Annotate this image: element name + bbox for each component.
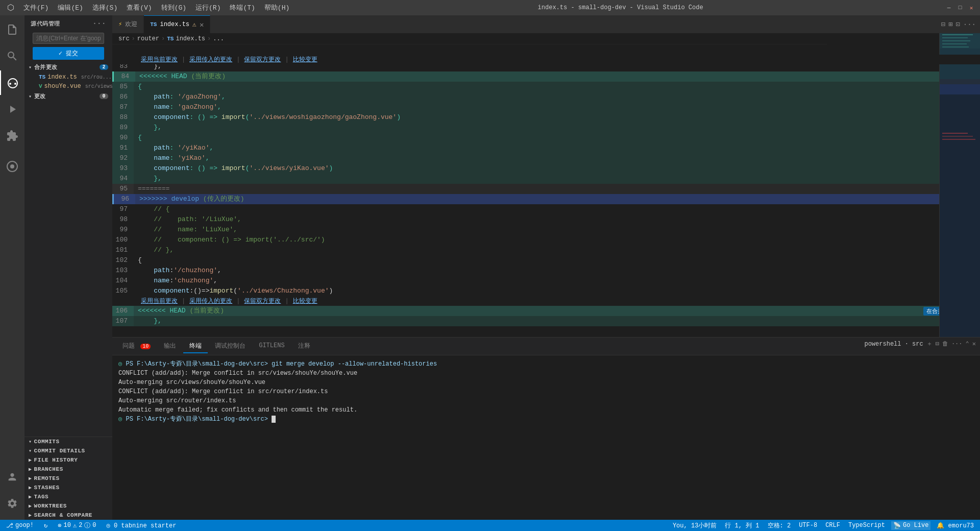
- editor-area[interactable]: 83 }, 84 <<<<<<< HEAD (当前更改) 85 { 86 pat…: [112, 61, 980, 337]
- commit-message-input[interactable]: [33, 33, 104, 44]
- indent-text: 空格: 2: [768, 521, 791, 530]
- tags-header[interactable]: ▶ TAGS: [24, 492, 112, 501]
- activity-explorer[interactable]: [0, 17, 24, 42]
- menu-help[interactable]: 帮助(H): [260, 0, 293, 15]
- code-editor[interactable]: 83 }, 84 <<<<<<< HEAD (当前更改) 85 { 86 pat…: [112, 61, 980, 337]
- sidebar-action-menu[interactable]: ···: [92, 19, 106, 28]
- changes-count: 0: [100, 93, 108, 99]
- branches-header[interactable]: ▶ BRANCHES: [24, 465, 112, 474]
- keep-both-bottom[interactable]: 保留双方更改: [244, 297, 281, 305]
- layout-icon[interactable]: ⊡: [955, 20, 960, 29]
- accept-current-top[interactable]: 采用当前更改: [141, 55, 178, 64]
- statusbar-indent[interactable]: 空格: 2: [766, 521, 793, 530]
- menu-terminal[interactable]: 终端(T): [226, 0, 259, 15]
- activity-search[interactable]: [0, 44, 24, 68]
- tab-comments[interactable]: 注释: [292, 340, 316, 353]
- activity-account[interactable]: [0, 465, 24, 489]
- activity-debug[interactable]: [0, 97, 24, 122]
- accept-incoming-bottom[interactable]: 采用传入的更改: [189, 297, 232, 305]
- changes-header[interactable]: ▾ 更改 0: [24, 91, 112, 102]
- tab-problems[interactable]: 问题 10: [116, 340, 157, 353]
- statusbar-tabnine[interactable]: ◎ 0 tabnine starter: [105, 522, 179, 529]
- breadcrumb-file[interactable]: index.ts: [176, 35, 205, 42]
- tab-welcome[interactable]: ⚡ 欢迎: [112, 15, 144, 33]
- terminal-max-icon[interactable]: ⌃: [966, 340, 969, 348]
- menu-goto[interactable]: 转到(G): [157, 0, 190, 15]
- commit-button[interactable]: ✓ 提交: [33, 47, 104, 60]
- statusbar-sync[interactable]: ↻: [42, 522, 50, 529]
- statusbar-cursor[interactable]: 行 1, 列 1: [723, 521, 761, 530]
- menu-edit[interactable]: 编辑(E): [54, 0, 87, 15]
- line-num-86: 86: [112, 92, 134, 102]
- terminal-line-6: Automatic merge failed; fix conflicts an…: [118, 405, 974, 415]
- menu-file[interactable]: 文件(F): [19, 0, 53, 15]
- activity-git[interactable]: [0, 154, 24, 179]
- menu-run[interactable]: 运行(R): [191, 0, 225, 15]
- win-close[interactable]: ✕: [968, 4, 975, 11]
- sidebar-actions[interactable]: ···: [92, 19, 106, 28]
- tab-output[interactable]: 输出: [158, 340, 182, 353]
- sync-icon: ↻: [44, 522, 47, 529]
- file-path-index: src/rou...: [81, 75, 112, 80]
- terminal-more-icon[interactable]: ···: [951, 341, 963, 348]
- commits-section-header[interactable]: ▾ COMMITS: [24, 437, 112, 446]
- tab-debug-console[interactable]: 调试控制台: [209, 340, 252, 353]
- ts-icon: TS: [39, 74, 45, 80]
- statusbar-eol[interactable]: CRLF: [823, 521, 842, 530]
- worktrees-header[interactable]: ▶ WORKTREES: [24, 501, 112, 511]
- commit-details-header[interactable]: ▾ COMMIT DETAILS: [24, 446, 112, 455]
- line-98: 98 // path: '/LiuXue',: [112, 214, 980, 225]
- statusbar-branch[interactable]: ⎇ goop!: [4, 522, 36, 529]
- menu-view[interactable]: 查看(V): [122, 0, 156, 15]
- stashes-header[interactable]: ▶ STASHES: [24, 483, 112, 492]
- statusbar-user[interactable]: 🔔 emoru73: [935, 521, 976, 530]
- line-93: 93 component: () => import('../views/yiK…: [112, 163, 980, 174]
- accept-current-bottom[interactable]: 采用当前更改: [141, 297, 178, 305]
- breadcrumb-router[interactable]: router: [137, 35, 159, 42]
- toolbar-more-icon[interactable]: ···: [963, 20, 976, 29]
- line-89: 89 },: [112, 123, 980, 133]
- terminal-trash-icon[interactable]: 🗑: [942, 340, 948, 348]
- statusbar-language[interactable]: TypeScript: [846, 521, 887, 530]
- line-104: 104 name:'chuzhong',: [112, 276, 980, 286]
- statusbar-encoding[interactable]: UTF-8: [797, 521, 819, 530]
- terminal-add-icon[interactable]: ＋: [926, 340, 933, 348]
- shell-selector[interactable]: powershell · src: [864, 341, 923, 348]
- statusbar-blame[interactable]: You, 13小时前: [671, 521, 719, 530]
- split-right-icon[interactable]: ⊞: [948, 20, 952, 29]
- tab-index-ts[interactable]: TS index.ts ⚠ ✕: [144, 15, 210, 33]
- merge-file-index-ts[interactable]: TS index.ts src/rou... 9,!: [24, 73, 112, 82]
- win-minimize[interactable]: —: [945, 4, 952, 11]
- window-controls[interactable]: — □ ✕: [945, 4, 975, 11]
- menu-bar[interactable]: ⬡ 文件(F) 编辑(E) 选择(S) 查看(V) 转到(G) 运行(R) 终端…: [5, 0, 296, 15]
- activity-source-control[interactable]: [0, 70, 24, 95]
- statusbar-problems[interactable]: ⊗ 10 ⚠ 2 ⓘ 0: [56, 521, 98, 530]
- statusbar-go-live[interactable]: 📡 Go Live: [891, 521, 930, 530]
- win-maximize[interactable]: □: [957, 4, 964, 11]
- activity-extensions[interactable]: [0, 124, 24, 148]
- breadcrumb-more[interactable]: ...: [213, 35, 224, 42]
- tab-gitlens[interactable]: GITLENS: [253, 340, 290, 352]
- tab-close-index[interactable]: ✕: [200, 20, 204, 29]
- file-history-label: FILE HISTORY: [34, 457, 78, 463]
- warning-count: 2: [79, 522, 82, 529]
- remotes-header[interactable]: ▶ REMOTES: [24, 474, 112, 483]
- line-content-88: component: () => import('../views/woshig…: [134, 112, 980, 123]
- conflict-actions-bottom: 采用当前更改 | 采用传入的更改 | 保留双方更改 | 比较变更: [112, 296, 980, 306]
- compare-bottom[interactable]: 比较变更: [293, 297, 317, 305]
- file-history-header[interactable]: ▶ FILE HISTORY: [24, 455, 112, 465]
- compare-top[interactable]: 比较变更: [293, 55, 317, 64]
- search-compare-header[interactable]: ▶ SEARCH & COMPARE: [24, 511, 112, 520]
- terminal-content[interactable]: ◎ PS F:\Asrty-专孬\目录\small-dog-dev\src> g…: [112, 355, 980, 520]
- merge-file-shouye[interactable]: V shouYe.vue src/views/sho... !: [24, 82, 112, 91]
- breadcrumb-src[interactable]: src: [118, 35, 130, 42]
- terminal-split-icon[interactable]: ⊟: [936, 340, 939, 348]
- tab-terminal[interactable]: 终端: [183, 340, 208, 353]
- merge-changes-header[interactable]: ▾ 合并更改 2: [24, 62, 112, 73]
- split-left-icon[interactable]: ⊟: [941, 20, 945, 29]
- keep-both-top[interactable]: 保留双方更改: [244, 55, 281, 64]
- terminal-close-icon[interactable]: ✕: [972, 340, 976, 348]
- activity-settings[interactable]: [0, 491, 24, 516]
- menu-select[interactable]: 选择(S): [88, 0, 121, 15]
- accept-incoming-top[interactable]: 采用传入的更改: [189, 55, 232, 64]
